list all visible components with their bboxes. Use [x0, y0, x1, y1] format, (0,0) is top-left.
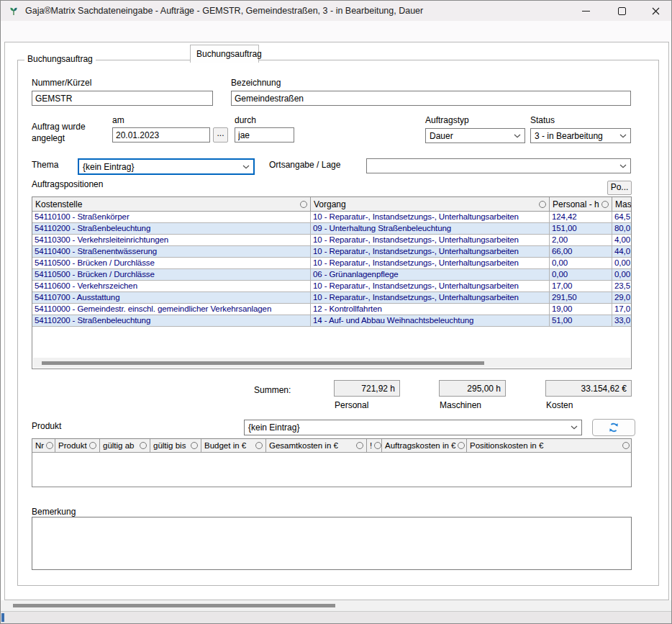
cell-vorgang: 10 - Reparatur-, Instandsetzungs-, Unter… — [311, 258, 550, 269]
window-title: Gaja®Matrix Sachdateneingabe - Aufträge … — [25, 6, 423, 16]
cell-personal: 0,00 — [550, 258, 612, 269]
auftragstyp-value: Dauer — [430, 131, 453, 141]
chevron-down-icon — [514, 134, 521, 138]
column-header[interactable]: ! — [367, 439, 382, 452]
chevron-down-icon — [619, 134, 627, 138]
column-header[interactable]: Gesamtkosten in € — [266, 439, 367, 452]
produkt-table-header: NrProduktgültig abgültig bisBudget in €G… — [32, 439, 632, 453]
ortsangabe-select[interactable] — [366, 158, 631, 173]
column-header[interactable]: gültig bis — [150, 439, 201, 452]
cell-vorgang: 10 - Reparatur-, Instandsetzungs-, Unter… — [311, 281, 550, 292]
column-header-label: Auftragskosten in € — [385, 441, 455, 450]
cell-kostenstelle: 54110100 - Straßenkörper — [32, 212, 311, 223]
sort-icon — [300, 201, 307, 208]
cell-vorgang: 10 - Reparatur-, Instandsetzungs-, Unter… — [311, 235, 550, 246]
thema-label: Thema — [32, 160, 58, 170]
toolbar: Buchungsauftrag — [1, 21, 671, 42]
sort-icon — [89, 442, 96, 449]
column-header-label: Mas — [615, 199, 632, 209]
cell-kostenstelle: 54110000 - Gemeindestr. einschl. gemeind… — [32, 304, 311, 315]
am-browse-button[interactable]: ... — [213, 127, 228, 143]
angelegt-label: Auftrag wurde angelegt — [32, 121, 105, 144]
bemerkung-textarea[interactable] — [32, 517, 632, 570]
cell-kostenstelle: 54110500 - Brücken / Durchlässe — [32, 269, 311, 281]
maximize-button[interactable] — [605, 1, 638, 21]
am-label: am — [112, 115, 124, 125]
cell-vorgang: 06 - Grünanlagenpflege — [311, 269, 550, 281]
app-window: Gaja®Matrix Sachdateneingabe - Aufträge … — [0, 0, 672, 624]
table-row[interactable]: 54110200 - Straßenbeleuchtung09 - Unterh… — [32, 223, 632, 235]
column-header-label: Vorgang — [314, 199, 346, 209]
cell-kostenstelle: 54110200 - Straßenbeleuchtung — [32, 223, 311, 235]
nummer-input[interactable] — [32, 91, 213, 106]
status-select[interactable]: 3 - in Bearbeitung — [530, 128, 631, 143]
summe-personal-value: 721,92 h — [361, 384, 395, 394]
positions-table-header: KostenstelleVorgangPersonal - hMas — [32, 197, 632, 212]
cell-maschinen: 64,5 — [612, 212, 632, 223]
table-row[interactable]: 54110200 - Straßenbeleuchtung14 - Auf- u… — [32, 315, 632, 327]
table-row[interactable]: 54110700 - Ausstattung10 - Reparatur-, I… — [32, 292, 632, 304]
auftragstyp-label: Auftragstyp — [425, 115, 469, 125]
summen-label: Summen: — [254, 385, 291, 395]
cell-maschinen: 80,0 — [612, 223, 632, 235]
table-row[interactable]: 54110400 - Straßenentwässerung10 - Repar… — [32, 246, 632, 258]
durch-input[interactable] — [235, 127, 294, 143]
column-header[interactable]: gültig ab — [100, 439, 150, 452]
table-row[interactable]: 54110100 - Straßenkörper10 - Reparatur-,… — [32, 212, 632, 223]
durch-label: durch — [235, 115, 256, 125]
cell-vorgang: 14 - Auf- und Abbau Weihnachtsbeleuchtun… — [311, 315, 550, 327]
column-header[interactable]: Produkt — [55, 439, 100, 452]
column-header[interactable]: Auftragskosten in € — [382, 439, 467, 452]
positionen-button[interactable]: Po... — [607, 181, 632, 195]
column-header[interactable]: Kostenstelle — [32, 197, 311, 211]
produkt-value: {kein Eintrag} — [248, 422, 299, 433]
table-row[interactable]: 54110300 - Verkehrsleiteinrichtungen10 -… — [32, 235, 632, 246]
column-header[interactable]: Vorgang — [311, 197, 550, 211]
cell-personal: 19,00 — [550, 304, 612, 315]
cell-personal: 124,42 — [550, 212, 612, 223]
cell-personal: 2,00 — [550, 235, 612, 246]
table-row[interactable]: 54110500 - Brücken / Durchlässe06 - Grün… — [32, 269, 632, 281]
column-header[interactable]: Personal - h — [550, 197, 612, 211]
produkt-table[interactable]: NrProduktgültig abgültig bisBudget in €G… — [32, 438, 632, 487]
table-row[interactable]: 54110000 - Gemeindestr. einschl. gemeind… — [32, 304, 632, 315]
thema-select[interactable]: {kein Eintrag} — [78, 158, 255, 175]
cell-vorgang: 10 - Reparatur-, Instandsetzungs-, Unter… — [311, 292, 550, 304]
column-header[interactable]: Positionskosten in € — [467, 439, 632, 452]
column-header-label: Produkt — [58, 441, 87, 450]
column-header[interactable]: Budget in € — [201, 439, 266, 452]
cell-personal: 51,00 — [550, 315, 612, 327]
scrollbar-thumb[interactable] — [13, 604, 335, 607]
column-header[interactable]: Nr — [32, 439, 55, 452]
column-header-label: gültig ab — [103, 441, 134, 450]
chevron-down-icon — [619, 164, 627, 168]
auftragstyp-select[interactable]: Dauer — [425, 128, 525, 143]
column-header[interactable]: Mas — [612, 197, 632, 211]
column-header-label: Positionskosten in € — [470, 441, 543, 450]
table-row[interactable]: 54110600 - Verkehrszeichen10 - Reparatur… — [32, 281, 632, 292]
refresh-button[interactable] — [592, 419, 635, 436]
status-label: Status — [530, 115, 555, 125]
summe-personal-box: 721,92 h — [334, 380, 400, 397]
cell-maschinen: 17,0 — [612, 304, 632, 315]
sort-icon — [458, 442, 465, 449]
close-button[interactable] — [639, 1, 672, 21]
minimize-button[interactable] — [569, 1, 602, 21]
maschinen-label: Maschinen — [440, 400, 481, 410]
cell-vorgang: 10 - Reparatur-, Instandsetzungs-, Unter… — [311, 212, 550, 223]
column-header-label: Budget in € — [204, 441, 246, 450]
maximize-icon — [618, 7, 626, 15]
tab-buchungsauftrag[interactable]: Buchungsauftrag — [190, 45, 259, 63]
bezeichnung-input[interactable] — [231, 91, 631, 106]
column-header-label: ! — [370, 441, 372, 450]
am-input[interactable] — [112, 127, 210, 143]
cell-kostenstelle: 54110300 - Verkehrsleiteinrichtungen — [32, 235, 311, 246]
table-row[interactable]: 54110500 - Brücken / Durchlässe10 - Repa… — [32, 258, 632, 269]
scrollbar-thumb[interactable] — [42, 361, 484, 365]
cell-kostenstelle: 54110700 - Ausstattung — [32, 292, 311, 304]
window-hscrollbar[interactable] — [1, 600, 671, 611]
positions-table-hscrollbar[interactable] — [33, 358, 630, 368]
auftragspositionen-label: Auftragspositionen — [32, 179, 103, 189]
produkt-select[interactable]: {kein Eintrag} — [244, 420, 582, 435]
positions-table[interactable]: KostenstelleVorgangPersonal - hMas 54110… — [32, 196, 632, 369]
